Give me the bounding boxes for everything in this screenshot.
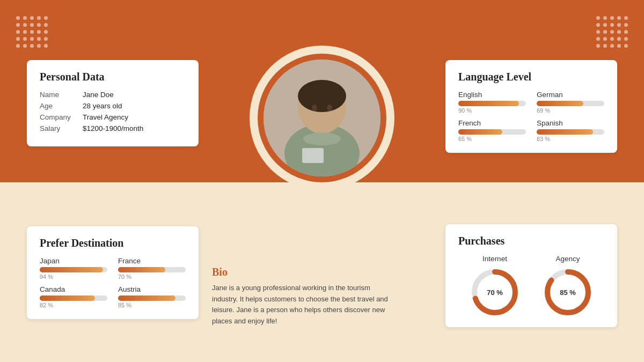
svg-point-6	[312, 105, 317, 111]
personal-value: $1200-1900/month	[83, 124, 143, 132]
personal-label: Salary	[40, 124, 83, 132]
language-name: Spanish	[537, 119, 604, 127]
avatar-ring-outer	[250, 46, 394, 190]
svg-point-5	[303, 132, 341, 145]
language-progress-bg	[458, 129, 526, 135]
language-item: English 90 %	[458, 91, 526, 114]
personal-value: 28 years old	[83, 102, 122, 110]
purchases-row: Internet 70 % Agency 85 %	[458, 255, 604, 316]
language-item: French 65 %	[458, 119, 526, 142]
language-grid: English 90 % German 69 % French 65 % Spa…	[458, 91, 604, 142]
language-pct: 69 %	[537, 107, 604, 114]
svg-point-7	[327, 105, 332, 111]
destination-grid: Japan 94 % France 70 % Canada 82 % Austr…	[40, 257, 186, 308]
destination-progress-fill	[40, 295, 95, 301]
language-pct: 65 %	[458, 136, 526, 142]
destination-progress-fill	[118, 295, 175, 301]
destination-pct: 82 %	[40, 302, 107, 308]
language-progress-fill	[458, 129, 502, 135]
language-progress-fill	[537, 129, 593, 135]
destination-item: Canada 82 %	[40, 285, 107, 308]
personal-row: NameJane Doe	[40, 91, 186, 99]
purchase-label: Agency	[555, 255, 580, 263]
donut-chart: 70 %	[471, 268, 519, 316]
language-progress-bg	[537, 129, 604, 135]
personal-value: Travel Agency	[83, 113, 128, 121]
destination-item: Austria 85 %	[118, 285, 186, 308]
donut-chart: 85 %	[544, 268, 592, 316]
avatar	[264, 60, 380, 176]
destination-progress-fill	[118, 267, 165, 272]
donut-text: 85 %	[560, 289, 576, 297]
donut-text: 70 %	[487, 289, 503, 297]
avatar-ring-inner	[258, 54, 386, 182]
language-pct: 83 %	[537, 136, 604, 142]
purchase-item: Agency 85 %	[544, 255, 592, 316]
svg-rect-8	[302, 148, 324, 163]
destination-item: France 70 %	[118, 257, 186, 280]
prefer-destination-title: Prefer Destination	[40, 237, 186, 249]
language-item: German 69 %	[537, 91, 604, 114]
language-progress-bg	[537, 101, 604, 106]
destination-progress-fill	[40, 267, 103, 272]
language-item: Spanish 83 %	[537, 119, 604, 142]
language-level-card: Language Level English 90 % German 69 % …	[445, 60, 617, 153]
personal-row: CompanyTravel Agency	[40, 113, 186, 121]
destination-item: Japan 94 %	[40, 257, 107, 280]
bio-section: Bio Jane is a young professional working…	[212, 266, 389, 327]
svg-point-3	[298, 80, 346, 112]
language-level-title: Language Level	[458, 71, 604, 83]
personal-data-rows: NameJane DoeAge28 years oldCompanyTravel…	[40, 91, 186, 132]
purchase-label: Internet	[482, 255, 507, 263]
purchases-card: Purchases Internet 70 % Agency 85 %	[445, 224, 617, 327]
destination-progress-bg	[118, 295, 186, 301]
language-progress-fill	[537, 101, 583, 106]
personal-value: Jane Doe	[83, 91, 114, 99]
destination-progress-bg	[40, 267, 107, 272]
language-name: French	[458, 119, 526, 127]
purchase-item: Internet 70 %	[471, 255, 519, 316]
destination-pct: 70 %	[118, 274, 186, 280]
destination-pct: 85 %	[118, 302, 186, 308]
language-progress-bg	[458, 101, 526, 106]
destination-progress-bg	[40, 295, 107, 301]
language-progress-fill	[458, 101, 519, 106]
personal-data-title: Personal Data	[40, 71, 186, 83]
language-name: English	[458, 91, 526, 99]
dots-top-right	[595, 15, 629, 49]
personal-label: Company	[40, 113, 83, 121]
avatar-container	[247, 27, 397, 209]
personal-row: Salary$1200-1900/month	[40, 124, 186, 132]
dots-top-left	[15, 15, 49, 49]
personal-label: Name	[40, 91, 83, 99]
destination-name: France	[118, 257, 186, 265]
bio-title: Bio	[212, 266, 389, 278]
destination-progress-bg	[118, 267, 186, 272]
purchases-title: Purchases	[458, 235, 604, 247]
personal-label: Age	[40, 102, 83, 110]
language-name: German	[537, 91, 604, 99]
prefer-destination-card: Prefer Destination Japan 94 % France 70 …	[27, 226, 199, 319]
destination-pct: 94 %	[40, 274, 107, 280]
bio-text: Jane is a young professional working in …	[212, 283, 389, 327]
personal-data-card: Personal Data NameJane DoeAge28 years ol…	[27, 60, 199, 146]
personal-row: Age28 years old	[40, 102, 186, 110]
destination-name: Japan	[40, 257, 107, 265]
destination-name: Canada	[40, 285, 107, 293]
language-pct: 90 %	[458, 107, 526, 114]
destination-name: Austria	[118, 285, 186, 293]
